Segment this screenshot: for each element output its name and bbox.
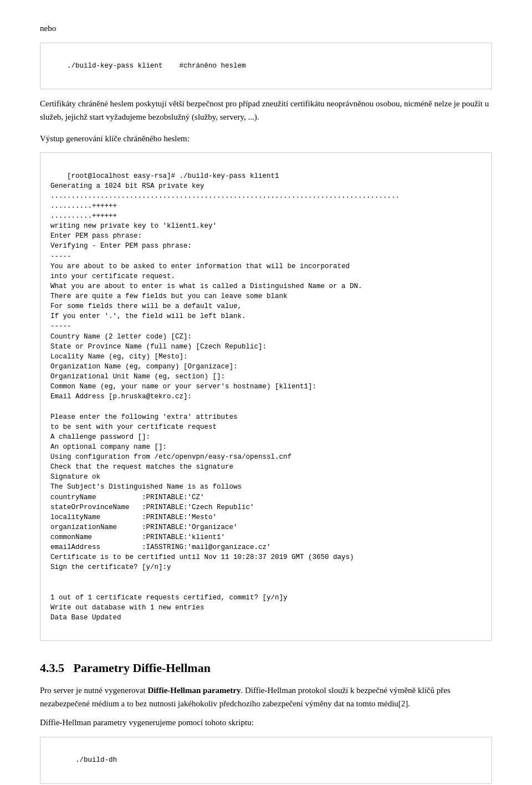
section-title: Parametry Diffie-Hellman <box>74 661 211 675</box>
mono-content: [root@localhost easy-rsa]# ./build-key-p… <box>50 172 400 622</box>
dh-paragraph-2: Diffie-Hellman parametry vygenerujeme po… <box>40 716 492 729</box>
cmd-line-nebo: ./build-key-pass klient #chráněno heslem <box>40 43 492 89</box>
dh-cmd-block: ./build-dh <box>40 737 492 783</box>
cmd-text: ./build-key-pass klient #chráněno heslem <box>67 62 246 70</box>
dh-cmd: ./build-dh <box>75 756 117 764</box>
dh-para1-start: Pro server je nutné vygenerovat <box>40 686 148 695</box>
nebo-text: nebo <box>40 22 492 35</box>
section-heading: 4.3.5 Parametry Diffie-Hellman <box>40 659 492 677</box>
dh-paragraph-1: Pro server je nutné vygenerovat Diffie-H… <box>40 684 492 710</box>
dh-section: 4.3.5 Parametry Diffie-Hellman Pro serve… <box>40 659 492 783</box>
section-number: 4.3.5 <box>40 661 64 675</box>
intro-paragraph: Certifikáty chráněné heslem poskytují vě… <box>40 97 492 124</box>
terminal-output: [root@localhost easy-rsa]# ./build-key-p… <box>40 152 492 641</box>
output-label: Výstup generování klíče chráněného hesle… <box>40 132 492 145</box>
page: nebo ./build-key-pass klient #chráněno h… <box>0 0 532 785</box>
dh-bold: Diffie-Hellman parametry <box>148 686 241 695</box>
